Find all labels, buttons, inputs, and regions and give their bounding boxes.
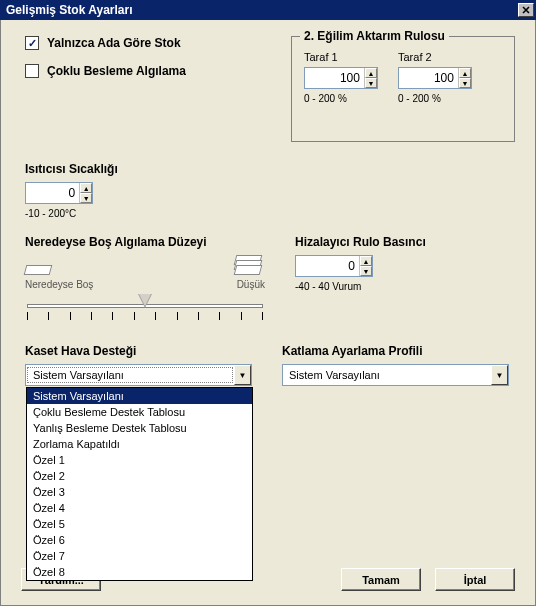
fold-profile-value: Sistem Varsayılanı [283, 369, 491, 381]
tray-air-option[interactable]: Özel 2 [27, 468, 252, 484]
tray-air-option[interactable]: Zorlama Kapatıldı [27, 436, 252, 452]
tray-air-option[interactable]: Özel 8 [27, 564, 252, 580]
chevron-down-icon: ▼ [234, 365, 251, 385]
side2-label: Taraf 2 [398, 51, 472, 63]
group-legend: 2. Eğilim Aktarım Rulosu [300, 29, 449, 43]
chevron-down-icon: ▼ [491, 365, 508, 385]
only-by-name-checkbox[interactable]: ✓ Yalnızca Ada Göre Stok [25, 36, 275, 50]
tray-air-dropdown: Sistem VarsayılanıÇoklu Besleme Destek T… [26, 387, 253, 581]
tray-air-option[interactable]: Çoklu Besleme Destek Tablosu [27, 404, 252, 420]
multi-feed-checkbox[interactable]: Çoklu Besleme Algılama [25, 64, 275, 78]
spin-down-icon: ▼ [365, 78, 377, 88]
near-empty-label: Neredeyse Boş Algılama Düzeyi [25, 235, 265, 249]
tray-air-option[interactable]: Yanlış Besleme Destek Tablosu [27, 420, 252, 436]
multi-feed-label: Çoklu Besleme Algılama [47, 64, 186, 78]
tray-air-value: Sistem Varsayılanı [27, 367, 233, 383]
spin-up-icon: ▲ [365, 68, 377, 78]
heater-caption: -10 - 200°C [25, 208, 515, 219]
spin-up-icon: ▲ [80, 183, 92, 193]
spin-down-icon: ▼ [360, 266, 372, 276]
fold-profile-combo[interactable]: Sistem Varsayılanı ▼ [282, 364, 509, 386]
spin-up-icon: ▲ [360, 256, 372, 266]
heater-label: Isıtıcısı Sıcaklığı [25, 162, 515, 176]
dialog-body: ✓ Yalnızca Ada Göre Stok Çoklu Besleme A… [0, 20, 536, 606]
side2-stepper[interactable]: ▲▼ [398, 67, 472, 89]
near-empty-left-caption: Neredeyse Boş [25, 279, 93, 290]
fold-profile-label: Katlama Ayarlama Profili [282, 344, 509, 358]
spin-up-icon: ▲ [459, 68, 471, 78]
tray-air-option[interactable]: Özel 1 [27, 452, 252, 468]
spin-down-icon: ▼ [80, 193, 92, 203]
tray-air-combo[interactable]: Sistem Varsayılanı ▼ Sistem VarsayılanıÇ… [25, 364, 252, 386]
tray-air-option[interactable]: Özel 3 [27, 484, 252, 500]
side2-caption: 0 - 200 % [398, 93, 472, 104]
tray-air-option[interactable]: Sistem Varsayılanı [27, 388, 252, 404]
low-stack-icon [235, 255, 265, 277]
side2-input[interactable] [399, 68, 458, 88]
heater-stepper[interactable]: ▲▼ [25, 182, 93, 204]
aligner-caption: -40 - 40 Vurum [295, 281, 426, 292]
side1-input[interactable] [305, 68, 364, 88]
aligner-stepper[interactable]: ▲▼ [295, 255, 373, 277]
heater-input[interactable] [26, 183, 79, 203]
spin-down-icon: ▼ [459, 78, 471, 88]
only-by-name-label: Yalnızca Ada Göre Stok [47, 36, 181, 50]
side1-caption: 0 - 200 % [304, 93, 378, 104]
near-empty-slider[interactable] [25, 298, 265, 322]
aligner-label: Hizalayıcı Rulo Basıncı [295, 235, 426, 249]
tray-air-option[interactable]: Özel 5 [27, 516, 252, 532]
window-title: Gelişmiş Stok Ayarları [6, 3, 133, 17]
checkbox-icon: ✓ [25, 36, 39, 50]
tray-air-option[interactable]: Özel 6 [27, 532, 252, 548]
tray-air-option[interactable]: Özel 4 [27, 500, 252, 516]
side1-stepper[interactable]: ▲▼ [304, 67, 378, 89]
titlebar: Gelişmiş Stok Ayarları [0, 0, 536, 20]
tray-air-label: Kaset Hava Desteği [25, 344, 252, 358]
ok-button[interactable]: Tamam [341, 568, 421, 591]
near-empty-right-caption: Düşük [235, 279, 265, 290]
close-icon [522, 6, 530, 14]
checkbox-icon [25, 64, 39, 78]
side1-label: Taraf 1 [304, 51, 378, 63]
near-empty-icon [25, 255, 55, 277]
tray-air-option[interactable]: Özel 7 [27, 548, 252, 564]
close-button[interactable] [518, 3, 534, 17]
aligner-input[interactable] [296, 256, 359, 276]
tendency-transfer-group: 2. Eğilim Aktarım Rulosu Taraf 1 ▲▼ 0 - … [291, 36, 515, 142]
cancel-button[interactable]: İptal [435, 568, 515, 591]
